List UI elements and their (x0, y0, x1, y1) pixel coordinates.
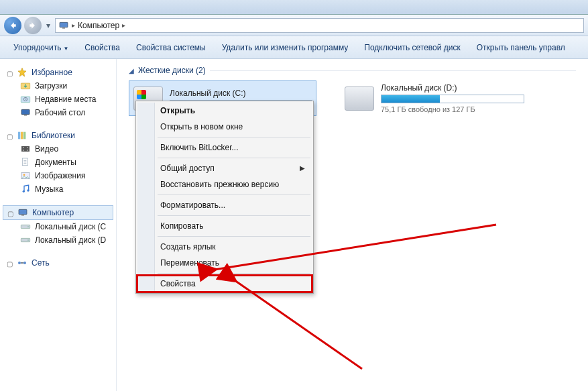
context-menu: Открыть Открыть в новом окне Включить Bi… (135, 101, 314, 294)
svg-rect-5 (21, 109, 30, 114)
sidebar-item-drive-d[interactable]: Локальный диск (D (0, 233, 116, 247)
nav-back-button[interactable] (4, 17, 21, 34)
context-menu-separator (158, 215, 310, 216)
context-menu-open-new[interactable]: Открыть в новом окне (137, 119, 312, 135)
toolbar-map-drive[interactable]: Подключить сетевой диск (364, 43, 460, 52)
sidebar-head-label: Библиотеки (32, 131, 75, 140)
sidebar-item-label: Локальный диск (C (35, 222, 106, 231)
desktop-icon (20, 107, 31, 118)
window-titlebar (0, 0, 588, 15)
context-menu-sharing[interactable]: Общий доступ▶ (137, 160, 312, 176)
drive-icon (20, 221, 31, 232)
context-menu-separator (158, 137, 310, 137)
sidebar-item-label: Рабочий стол (35, 108, 85, 117)
drive-d[interactable]: Локальный диск (D:) 75,1 ГБ свободно из … (341, 80, 528, 116)
svg-point-14 (27, 150, 27, 150)
toolbar-uninstall[interactable]: Удалить или изменить программу (222, 43, 349, 52)
address-bar[interactable]: ▸ Компьютер ▸ (55, 18, 584, 33)
context-menu-copy[interactable]: Копировать (137, 218, 312, 234)
toolbar-properties[interactable]: Свойства (84, 43, 120, 52)
context-menu-separator (158, 236, 310, 237)
music-icon (20, 184, 31, 194)
sidebar-item-label: Музыка (35, 184, 63, 194)
sidebar-network-header[interactable]: ▢ Сеть (0, 256, 116, 270)
expand-icon: ▢ (7, 210, 13, 216)
sidebar-head-label: Избранное (32, 68, 72, 77)
context-menu-properties[interactable]: Свойства (137, 276, 312, 292)
svg-point-12 (23, 150, 24, 150)
svg-rect-10 (21, 146, 30, 152)
svg-rect-21 (21, 215, 24, 215)
context-menu-separator (158, 158, 310, 158)
context-menu-open[interactable]: Открыть (137, 103, 312, 119)
context-menu-restore[interactable]: Восстановить прежнюю версию (137, 176, 312, 192)
libraries-icon (17, 130, 27, 141)
sidebar-item-music[interactable]: Музыка (0, 182, 116, 196)
toolbar-organize[interactable]: Упорядочить▼ (13, 43, 68, 52)
nav-history-dropdown[interactable]: ▾ (44, 19, 52, 32)
sidebar-head-label: Сеть (32, 258, 50, 268)
documents-icon (20, 157, 31, 168)
svg-point-26 (18, 262, 21, 264)
network-icon (17, 258, 27, 268)
svg-point-13 (27, 147, 27, 148)
video-icon (20, 144, 31, 154)
sidebar-item-label: Локальный диск (D (35, 235, 106, 245)
chevron-right-icon: ▸ (122, 21, 125, 29)
context-menu-shortcut[interactable]: Создать ярлык (137, 239, 312, 255)
drive-free-space: 75,1 ГБ свободно из 127 ГБ (381, 105, 524, 113)
svg-rect-0 (60, 22, 68, 27)
context-menu-format[interactable]: Форматировать... (137, 197, 312, 213)
toolbar-control-panel[interactable]: Открыть панель управл (477, 43, 565, 52)
breadcrumb-segment[interactable]: Компьютер (78, 21, 119, 30)
drive-name: Локальный диск (C:) (170, 89, 312, 98)
context-menu-bitlocker[interactable]: Включить BitLocker... (137, 139, 312, 156)
folder-down-icon (20, 80, 31, 91)
sidebar-item-recent[interactable]: Недавние места (0, 93, 116, 106)
star-icon (17, 67, 27, 78)
context-menu-separator (158, 194, 310, 195)
navigation-pane: ▢ Избранное Загрузки Недавние места Рабо… (0, 59, 117, 391)
context-menu-rename[interactable]: Переименовать (137, 255, 312, 271)
submenu-arrow-icon: ▶ (300, 164, 305, 172)
arrow-left-icon (8, 21, 17, 30)
drive-icon (345, 87, 374, 111)
svg-rect-6 (24, 115, 27, 115)
sidebar-computer-header[interactable]: ▢ Компьютер (3, 205, 113, 220)
sidebar-item-images[interactable]: Изображения (0, 169, 116, 182)
sidebar-item-label: Недавние места (35, 95, 96, 104)
svg-rect-20 (19, 209, 27, 214)
svg-rect-22 (21, 225, 30, 228)
sidebar-item-downloads[interactable]: Загрузки (0, 79, 116, 93)
sidebar-item-video[interactable]: Видео (0, 142, 116, 156)
computer-icon (17, 207, 28, 218)
command-toolbar: Упорядочить▼ Свойства Свойства системы У… (0, 36, 588, 59)
drive-usage-bar (381, 95, 524, 103)
sidebar-favorites-header[interactable]: ▢ Избранное (0, 66, 116, 79)
svg-point-23 (27, 226, 28, 227)
computer-icon (58, 20, 69, 31)
divider (210, 70, 576, 71)
drive-icon (20, 235, 31, 245)
category-header-hdd[interactable]: ◢ Жесткие диски (2) (129, 66, 576, 75)
sidebar-item-label: Видео (35, 144, 58, 154)
toolbar-system-properties[interactable]: Свойства системы (136, 43, 206, 52)
sidebar-item-drive-c[interactable]: Локальный диск (C (0, 220, 116, 233)
recent-icon (20, 94, 31, 105)
svg-rect-8 (21, 132, 23, 139)
chevron-right-icon: ▸ (72, 21, 75, 29)
expand-icon: ▢ (7, 133, 13, 139)
sidebar-head-label: Компьютер (32, 208, 74, 217)
nav-forward-button[interactable] (24, 17, 42, 34)
sidebar-libraries-header[interactable]: ▢ Библиотеки (0, 129, 116, 142)
svg-point-17 (23, 174, 25, 176)
nav-bar: ▾ ▸ Компьютер ▸ (0, 15, 588, 36)
sidebar-item-label: Загрузки (35, 81, 67, 91)
category-label: Жесткие диски (2) (138, 66, 206, 75)
svg-rect-9 (23, 132, 25, 139)
sidebar-item-desktop[interactable]: Рабочий стол (0, 106, 116, 119)
drive-usage-fill (381, 95, 440, 103)
sidebar-item-label: Изображения (35, 171, 85, 180)
svg-point-11 (23, 147, 24, 148)
sidebar-item-documents[interactable]: Документы (0, 156, 116, 169)
